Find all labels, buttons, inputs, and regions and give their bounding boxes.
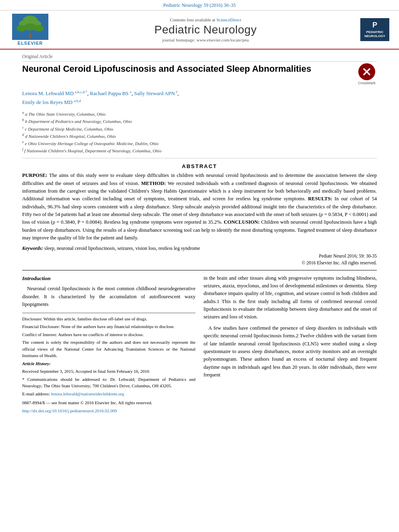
svg-point-6 xyxy=(34,25,44,31)
financial-note: Financial Disclosure: None of the author… xyxy=(22,323,195,330)
crossmark-label: CrossMark xyxy=(358,81,376,85)
article-title-row: Neuronal Ceroid Lipofuscinosis and Assoc… xyxy=(22,63,377,85)
author-1: Lenora M. Lehwald MD xyxy=(22,90,74,96)
keywords-label: Keywords: xyxy=(22,245,43,251)
abstract-body: PURPOSE: The aims of this study were to … xyxy=(22,172,377,242)
elsevier-tree-svg xyxy=(13,15,48,39)
authors-line: Lenora M. Lehwald MD a,b,c,d,*, Rachael … xyxy=(22,89,377,107)
pn-logo-text: PEDIATRIC NEUROLOGY xyxy=(362,30,388,39)
email-link[interactable]: lenora.lehwald@nationwidechildrens.org xyxy=(51,391,124,396)
journal-title: Pediatric Neurology xyxy=(56,23,355,36)
author-3: Sally Steward APN xyxy=(134,90,175,96)
abstract-title: ABSTRACT xyxy=(22,163,377,169)
crossmark-svg xyxy=(361,66,372,77)
affiliation-f: f f Nationwide Children's Hospital, Depa… xyxy=(22,147,377,154)
affiliation-e: e e Ohio University Heritage College of … xyxy=(22,139,377,147)
right-column: in the brain and other tissues along wit… xyxy=(204,274,377,416)
crossmark-icon[interactable] xyxy=(358,63,375,80)
doi-line: http://dx.doi.org/10.1016/j.pediatrneuro… xyxy=(22,407,195,414)
article-history-label: Article History: xyxy=(22,360,195,367)
svg-rect-7 xyxy=(29,33,31,38)
abstract-section: ABSTRACT PURPOSE: The aims of this study… xyxy=(22,163,377,265)
content-note: The content is solely the responsibility… xyxy=(22,339,195,359)
intro-title: Introduction xyxy=(22,274,195,283)
keywords-text: sleep, neuronal ceroid lipofuscinosis, s… xyxy=(44,245,200,251)
conclusion-label: CONCLUSION: xyxy=(224,219,260,225)
author-1-super: a,b,c,d,* xyxy=(75,90,87,94)
footnotes-section: Disclosure: Within this article, familie… xyxy=(22,313,195,414)
sciencedirect-link[interactable]: ScienceDirect xyxy=(216,17,241,22)
intro-para-1: Neuronal ceroid lipofuscinosis is the mo… xyxy=(22,285,195,308)
author-2: Rachael Pappa BS xyxy=(90,90,129,96)
issn-line: 0887-8994/$ — see front matter © 2016 El… xyxy=(22,399,195,406)
top-citation-bar: Pediatric Neurology 59 (2016) 30–35 xyxy=(0,0,399,10)
affiliation-c: c c Department of Sleep Medicine, Columb… xyxy=(22,125,377,132)
method-label: METHOD: xyxy=(141,181,166,186)
disclosure-note: Disclosure: Within this article, familie… xyxy=(22,316,195,322)
pn-logo-box: P PEDIATRIC NEUROLOGY xyxy=(360,18,389,41)
crossmark-container: CrossMark xyxy=(357,63,377,85)
top-citation-text: Pediatric Neurology 59 (2016) 30–35 xyxy=(163,2,236,8)
citation-line-1: Pediatr Neurol 2016; 59: 30-35 xyxy=(22,254,377,258)
affiliation-b: b b Department of Pediatrics and Neurolo… xyxy=(22,117,377,125)
section-label: Original Article xyxy=(22,54,377,62)
email-label: E-mail address: xyxy=(22,391,50,396)
author-3-super: f xyxy=(176,90,177,94)
keywords-line: Keywords: sleep, neuronal ceroid lipofus… xyxy=(22,245,377,251)
content-area: Original Article Neuronal Ceroid Lipofus… xyxy=(0,50,399,423)
email-line: E-mail address: lenora.lehwald@nationwid… xyxy=(22,391,195,397)
affiliations: a a The Ohio State University, Columbus,… xyxy=(22,110,377,158)
results-label: RESULTS: xyxy=(308,196,332,202)
citation-line-2: © 2016 Elsevier Inc. All rights reserved… xyxy=(22,260,377,265)
journal-logo-right: P PEDIATRIC NEUROLOGY xyxy=(359,18,391,41)
journal-homepage: journal homepage: www.elsevier.com/locat… xyxy=(56,37,355,42)
sciencedirect-line: Contents lists available at ScienceDirec… xyxy=(56,17,355,22)
article-title: Neuronal Ceroid Lipofuscinosis and Assoc… xyxy=(22,63,357,75)
affiliation-a: a a The Ohio State University, Columbus,… xyxy=(22,110,377,117)
journal-header: ELSEVIER Contents lists available at Sci… xyxy=(0,10,399,50)
author-4-super: a,b,d xyxy=(74,99,81,103)
divider xyxy=(22,270,377,270)
two-column-body: Introduction Neuronal ceroid lipofuscino… xyxy=(22,274,377,416)
left-column: Introduction Neuronal ceroid lipofuscino… xyxy=(22,274,195,416)
elsevier-logo: ELSEVIER xyxy=(8,14,52,46)
elsevier-label: ELSEVIER xyxy=(18,41,43,46)
conflict-note: Conflict of Interest: Authors have no co… xyxy=(22,331,195,338)
journal-center: Contents lists available at ScienceDirec… xyxy=(56,17,355,42)
received-note: Received September 3, 2015; Accepted in … xyxy=(22,368,195,375)
intro-para-3: A few studies have confirmed the presenc… xyxy=(204,324,377,379)
author-2-super: e xyxy=(130,90,131,94)
author-4: Emily de los Reyes MD xyxy=(22,99,73,105)
purpose-label: PURPOSE: xyxy=(22,172,48,178)
affiliation-d: d d Nationwide Children's Hospital, Colu… xyxy=(22,132,377,139)
intro-para-2: in the brain and other tissues along wit… xyxy=(204,274,377,321)
communications-note: * Communications should be addressed to:… xyxy=(22,376,195,389)
doi-link[interactable]: http://dx.doi.org/10.1016/j.pediatrneuro… xyxy=(22,408,117,413)
elsevier-tree-image xyxy=(12,14,48,40)
